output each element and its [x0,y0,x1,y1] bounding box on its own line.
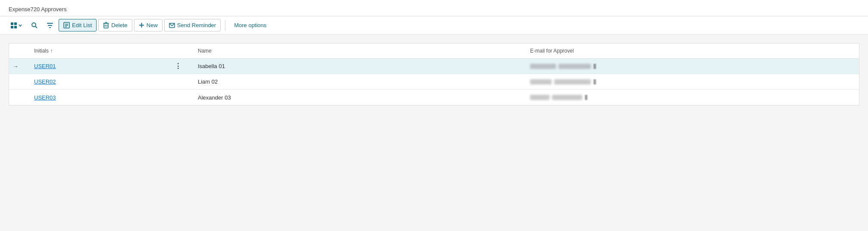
svg-rect-1 [14,22,17,25]
reminder-icon [169,22,175,28]
send-reminder-label: Send Reminder [177,22,216,28]
email-part-2 [554,79,591,84]
header-email[interactable]: E-mail for Approvel [527,46,859,56]
email-part-2 [552,95,582,100]
header-initials-label: Initials ↑ [34,48,53,54]
row-context-cell[interactable]: ⋮ [169,59,194,73]
email-part-1 [530,79,552,84]
row-initials-cell[interactable]: USER01 [31,61,169,71]
svg-rect-6 [47,23,53,24]
list-container: Initials ↑ Name E-mail for Approvel → US… [9,43,859,106]
email-dot [593,64,596,69]
more-options-label: More options [234,22,266,28]
row-selected-arrow: → [12,63,19,70]
view-switcher-button[interactable] [7,19,26,31]
delete-icon [103,22,109,28]
row-arrow-cell: → [9,61,31,72]
header-name-label: Name [198,48,212,54]
email-part-2 [559,64,591,69]
row-initials-cell[interactable]: USER02 [31,77,169,87]
filter-button[interactable] [43,19,57,31]
table-row[interactable]: → USER01 ⋮ Isabella 01 [9,59,859,74]
email-dot [585,95,587,100]
row-email-cell [527,93,859,102]
row-name: Isabella 01 [198,63,225,69]
table-header: Initials ↑ Name E-mail for Approvel [9,44,859,59]
header-name[interactable]: Name [194,46,527,56]
edit-list-button[interactable]: Edit List [59,19,97,31]
initials-link[interactable]: USER02 [34,78,56,85]
svg-rect-13 [104,23,108,28]
row-email-cell [527,78,859,86]
initials-link[interactable]: USER03 [34,94,56,101]
header-initials[interactable]: Initials ↑ [31,46,169,56]
header-email-label: E-mail for Approvel [530,48,574,54]
svg-line-5 [35,26,37,28]
svg-rect-8 [49,27,51,28]
toolbar-separator [225,20,225,31]
email-part-1 [530,95,550,100]
context-menu-button[interactable]: ⋮ [172,61,184,71]
initials-link[interactable]: USER01 [34,63,56,69]
edit-list-label: Edit List [72,22,92,28]
header-context [169,46,194,56]
row-email-cell [527,62,859,71]
chevron-down-icon [18,23,22,28]
header-arrow [9,46,31,56]
svg-point-4 [32,23,36,27]
svg-rect-2 [11,26,13,28]
email-dot [593,79,596,84]
grid-icon [10,22,17,29]
table-row[interactable]: USER02 Liam 02 [9,74,859,90]
row-name-cell: Liam 02 [194,77,527,87]
row-arrow-cell [9,96,31,99]
page-title: Expense720 Approvers [0,0,868,16]
row-context-cell [169,96,194,99]
plus-icon [139,22,144,28]
new-button[interactable]: New [134,19,162,31]
main-content: Initials ↑ Name E-mail for Approvel → US… [0,34,868,207]
svg-rect-3 [14,26,17,28]
row-name: Alexander 03 [198,94,231,101]
row-arrow-cell [9,80,31,84]
send-reminder-button[interactable]: Send Reminder [164,19,221,31]
row-name-cell: Alexander 03 [194,93,527,103]
row-name: Liam 02 [198,78,218,85]
more-options-button[interactable]: More options [230,19,271,31]
row-initials-cell[interactable]: USER03 [31,93,169,103]
svg-rect-7 [48,25,52,26]
new-label: New [147,22,158,28]
search-button[interactable] [28,19,41,31]
delete-button[interactable]: Delete [98,19,132,31]
table-row[interactable]: USER03 Alexander 03 [9,90,859,105]
row-context-cell [169,80,194,84]
edit-list-icon [63,22,70,28]
row-name-cell: Isabella 01 [194,61,527,71]
delete-label: Delete [111,22,128,28]
filter-icon [47,22,53,29]
toolbar: Edit List Delete New Send Reminder More … [0,16,868,34]
svg-rect-0 [11,22,13,25]
email-part-1 [530,64,556,69]
search-icon [31,22,38,29]
